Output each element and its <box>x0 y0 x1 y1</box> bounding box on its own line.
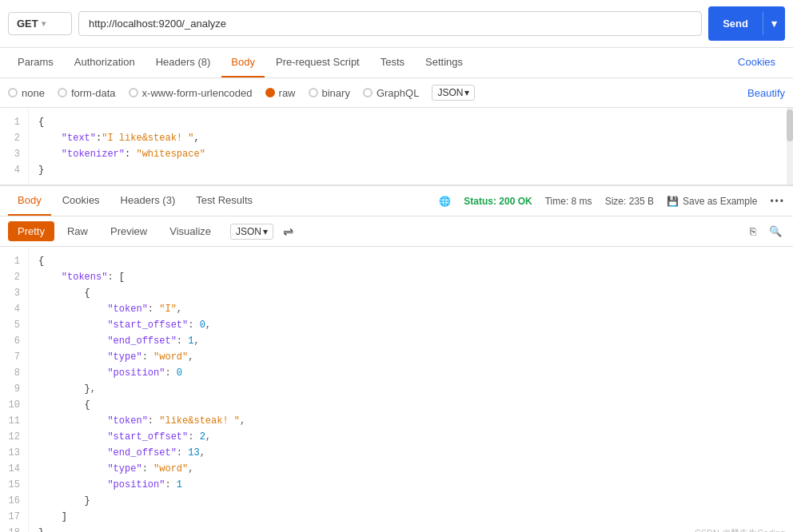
resp-line-6: "end_offset": 1, <box>38 333 783 349</box>
body-type-formdata[interactable]: form-data <box>58 87 116 99</box>
resp-line-3: { <box>38 285 783 301</box>
response-code-editor: 1 2 3 4 5 6 7 8 9 10 11 12 13 14 15 16 1… <box>0 247 793 532</box>
tab-params[interactable]: Params <box>8 48 63 77</box>
body-type-graphql-label: GraphQL <box>377 87 419 99</box>
save-example-button[interactable]: 💾 Save as Example <box>667 196 757 207</box>
wrap-icon-btn[interactable]: ⇌ <box>283 224 293 239</box>
tab-authorization[interactable]: Authorization <box>65 48 145 77</box>
json-format-selector[interactable]: JSON ▾ <box>432 85 475 101</box>
radio-raw <box>265 88 275 97</box>
resp-line-15: "position": 1 <box>38 477 783 493</box>
beautify-button[interactable]: Beautify <box>747 87 785 99</box>
req-line-2: "text":"I like&steak! ", <box>38 130 777 146</box>
resp-line-8: "position": 0 <box>38 365 783 381</box>
chevron-down-icon: ▾ <box>42 19 46 28</box>
resp-line-9: }, <box>38 381 783 397</box>
tab-tests[interactable]: Tests <box>371 48 414 77</box>
resp-json-label: JSON <box>236 226 261 237</box>
tab-settings[interactable]: Settings <box>416 48 472 77</box>
tab-cookies[interactable]: Cookies <box>728 48 785 77</box>
resp-size: Size: 235 B <box>605 196 654 207</box>
globe-icon: 🌐 <box>439 196 451 207</box>
view-tabs-row: Pretty Raw Preview Visualize JSON ▾ ⇌ ⎘ … <box>0 216 793 247</box>
wrap-icon: ⇌ <box>283 224 293 238</box>
search-icon[interactable]: 🔍 <box>766 222 785 240</box>
url-bar: GET ▾ Send ▾ <box>0 0 793 48</box>
json-chevron-icon: ▾ <box>464 87 469 98</box>
view-tab-pretty[interactable]: Pretty <box>8 221 54 241</box>
resp-line-7: "type": "word", <box>38 349 783 365</box>
body-type-raw[interactable]: raw <box>265 87 296 99</box>
resp-code-content[interactable]: { "tokens": [ { "token": "I", "start_off… <box>29 247 793 532</box>
resp-line-17: ] <box>38 509 783 525</box>
body-type-raw-label: raw <box>279 87 296 99</box>
more-options-button[interactable]: ••• <box>770 196 785 207</box>
body-type-formdata-label: form-data <box>71 87 116 99</box>
resp-status-area: 🌐 Status: 200 OK Time: 8 ms Size: 235 B … <box>439 196 785 207</box>
resp-line-10: { <box>38 397 783 413</box>
body-type-none[interactable]: none <box>8 87 45 99</box>
view-tab-preview[interactable]: Preview <box>101 221 157 241</box>
resp-time: Time: 8 ms <box>545 196 592 207</box>
body-type-graphql[interactable]: GraphQL <box>363 87 419 99</box>
resp-tab-testresults[interactable]: Test Results <box>186 186 262 216</box>
body-type-binary-label: binary <box>322 87 350 99</box>
resp-tab-headers[interactable]: Headers (3) <box>111 186 185 216</box>
view-tab-raw[interactable]: Raw <box>58 221 98 241</box>
send-button[interactable]: Send ▾ <box>708 6 785 41</box>
tab-body[interactable]: Body <box>221 48 265 77</box>
resp-line-1: { <box>38 253 783 269</box>
resp-line-11: "token": "like&steak! ", <box>38 413 783 429</box>
req-line-4: } <box>38 162 777 178</box>
method-select[interactable]: GET ▾ <box>8 12 72 35</box>
resp-toolbar-right: ⎘ 🔍 <box>747 222 785 240</box>
radio-urlencoded <box>129 88 138 97</box>
resp-json-chevron-icon: ▾ <box>263 226 268 237</box>
resp-line-12: "start_offset": 2, <box>38 429 783 445</box>
radio-graphql <box>363 88 373 97</box>
resp-json-format-selector[interactable]: JSON ▾ <box>230 224 273 240</box>
view-tab-visualize[interactable]: Visualize <box>160 221 221 241</box>
response-tabs-row: Body Cookies Headers (3) Test Results 🌐 … <box>0 186 793 216</box>
resp-tab-cookies[interactable]: Cookies <box>53 186 110 216</box>
request-code-editor: 1 2 3 4 { "text":"I like&steak! ", "toke… <box>0 108 793 186</box>
radio-none <box>8 88 18 97</box>
req-code-content[interactable]: { "text":"I like&steak! ", "tokenizer": … <box>29 108 787 185</box>
resp-line-4: "token": "I", <box>38 301 783 317</box>
url-input[interactable] <box>78 11 702 36</box>
json-label: JSON <box>437 87 463 98</box>
resp-line-5: "start_offset": 0, <box>38 317 783 333</box>
body-type-none-label: none <box>22 87 45 99</box>
resp-line-2: "tokens": [ <box>38 269 783 285</box>
req-scrollbar[interactable] <box>787 108 793 185</box>
save-icon: 💾 <box>667 196 679 207</box>
resp-tab-body[interactable]: Body <box>8 186 51 216</box>
body-type-urlencoded-label: x-www-form-urlencoded <box>142 87 253 99</box>
request-tabs: Params Authorization Headers (8) Body Pr… <box>0 48 793 78</box>
body-type-binary[interactable]: binary <box>309 87 350 99</box>
req-line-3: "tokenizer": "whitespace" <box>38 146 777 162</box>
resp-line-18: } <box>38 525 783 532</box>
method-label: GET <box>17 18 38 30</box>
tab-prerequest[interactable]: Pre-request Script <box>266 48 369 77</box>
radio-binary <box>309 88 318 97</box>
beautify-area: Beautify <box>747 87 785 99</box>
radio-formdata <box>58 88 67 97</box>
send-label: Send <box>708 12 763 35</box>
resp-line-13: "end_offset": 13, <box>38 445 783 461</box>
resp-line-numbers: 1 2 3 4 5 6 7 8 9 10 11 12 13 14 15 16 1… <box>0 247 29 532</box>
tab-headers[interactable]: Headers (8) <box>146 48 221 77</box>
send-arrow-icon[interactable]: ▾ <box>763 12 785 35</box>
copy-icon[interactable]: ⎘ <box>747 222 759 240</box>
status-badge: Status: 200 OK <box>464 196 532 207</box>
resp-line-14: "type": "word", <box>38 461 783 477</box>
resp-line-16: } <box>38 493 783 509</box>
req-line-1: { <box>38 114 777 130</box>
req-line-numbers: 1 2 3 4 <box>0 108 29 185</box>
req-scrollbar-thumb <box>787 109 793 141</box>
body-types-row: none form-data x-www-form-urlencoded raw… <box>0 78 793 108</box>
watermark: CSDN @麟先生Coding <box>695 527 785 532</box>
save-example-label: Save as Example <box>683 196 757 207</box>
body-type-urlencoded[interactable]: x-www-form-urlencoded <box>129 87 253 99</box>
